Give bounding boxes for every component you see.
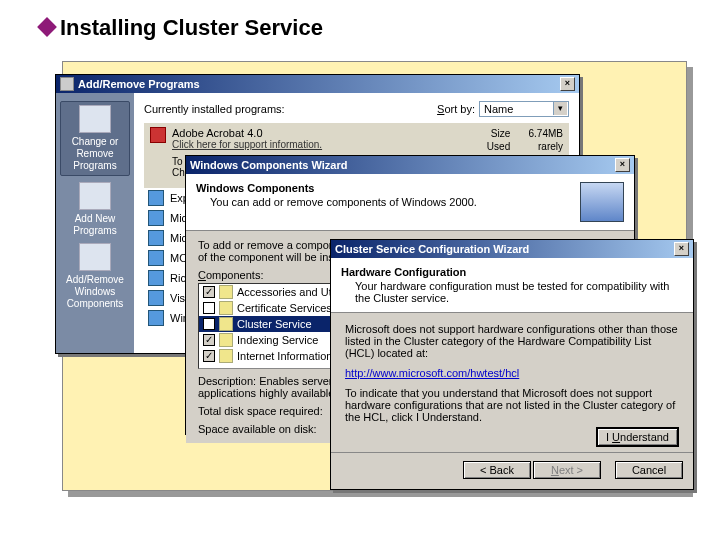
index-icon bbox=[219, 333, 233, 347]
cd-icon bbox=[79, 182, 111, 210]
i-understand-button[interactable]: I Understand bbox=[596, 427, 679, 447]
arp-titlebar[interactable]: Add/Remove Programs × bbox=[56, 75, 579, 93]
ccw-title-text: Cluster Service Configuration Wizard bbox=[335, 243, 529, 255]
app-icon bbox=[148, 230, 164, 246]
box-icon bbox=[79, 105, 111, 133]
checkbox-icon[interactable] bbox=[203, 318, 215, 330]
ccw-head-sub: Your hardware configuration must be test… bbox=[355, 280, 683, 304]
wcw-header: Windows Components You can add or remove… bbox=[186, 174, 634, 231]
wcw-titlebar[interactable]: Windows Components Wizard × bbox=[186, 156, 634, 174]
program-name: Adobe Acrobat 4.0 bbox=[172, 127, 455, 139]
bullet-icon bbox=[37, 17, 57, 37]
back-button[interactable]: < Back bbox=[463, 461, 531, 479]
wizard-art-icon bbox=[580, 182, 624, 222]
checkbox-icon[interactable] bbox=[203, 350, 215, 362]
app-icon bbox=[148, 270, 164, 286]
cluster-config-wizard: Cluster Service Configuration Wizard × H… bbox=[330, 239, 694, 490]
iis-icon bbox=[219, 349, 233, 363]
arp-title-icon bbox=[60, 77, 74, 91]
sidebar-change-remove[interactable]: Change or Remove Programs bbox=[60, 101, 130, 176]
app-icon bbox=[148, 290, 164, 306]
slide-title: Installing Cluster Service bbox=[60, 15, 323, 41]
sort-by-label: Sort by: bbox=[437, 103, 475, 115]
components-icon bbox=[79, 243, 111, 271]
support-link[interactable]: Click here for support information. bbox=[172, 139, 455, 150]
folder-icon bbox=[219, 285, 233, 299]
currently-installed-label: Currently installed programs: bbox=[144, 103, 437, 115]
hcl-link[interactable]: http://www.microsoft.com/hwtest/hcl bbox=[345, 367, 519, 379]
cancel-button[interactable]: Cancel bbox=[615, 461, 683, 479]
wcw-head-sub: You can add or remove components of Wind… bbox=[210, 196, 580, 208]
acrobat-icon bbox=[150, 127, 166, 143]
ccw-p2: To indicate that you understand that Mic… bbox=[345, 387, 679, 423]
checkbox-icon[interactable] bbox=[203, 334, 215, 346]
sort-by-combo[interactable]: Name bbox=[479, 101, 569, 117]
close-icon[interactable]: × bbox=[615, 158, 630, 172]
ccw-p1: Microsoft does not support hardware conf… bbox=[345, 323, 679, 359]
app-icon bbox=[148, 250, 164, 266]
cert-icon bbox=[219, 301, 233, 315]
checkbox-icon[interactable] bbox=[203, 286, 215, 298]
arp-title-text: Add/Remove Programs bbox=[78, 78, 200, 90]
sidebar-windows-components[interactable]: Add/Remove Windows Components bbox=[60, 243, 130, 310]
app-icon bbox=[148, 210, 164, 226]
close-icon[interactable]: × bbox=[674, 242, 689, 256]
app-icon bbox=[148, 310, 164, 326]
app-icon bbox=[148, 190, 164, 206]
wcw-title-text: Windows Components Wizard bbox=[190, 159, 347, 171]
ccw-button-row: < Back Next > Cancel bbox=[331, 452, 693, 489]
next-button: Next > bbox=[533, 461, 601, 479]
checkbox-icon[interactable] bbox=[203, 302, 215, 314]
wcw-head-title: Windows Components bbox=[196, 182, 580, 194]
ccw-head-title: Hardware Configuration bbox=[341, 266, 683, 278]
cluster-icon bbox=[219, 317, 233, 331]
close-icon[interactable]: × bbox=[560, 77, 575, 91]
ccw-header: Hardware Configuration Your hardware con… bbox=[331, 258, 693, 313]
sidebar-add-new[interactable]: Add New Programs bbox=[60, 182, 130, 237]
arp-sidebar: Change or Remove Programs Add New Progra… bbox=[56, 93, 134, 353]
ccw-titlebar[interactable]: Cluster Service Configuration Wizard × bbox=[331, 240, 693, 258]
